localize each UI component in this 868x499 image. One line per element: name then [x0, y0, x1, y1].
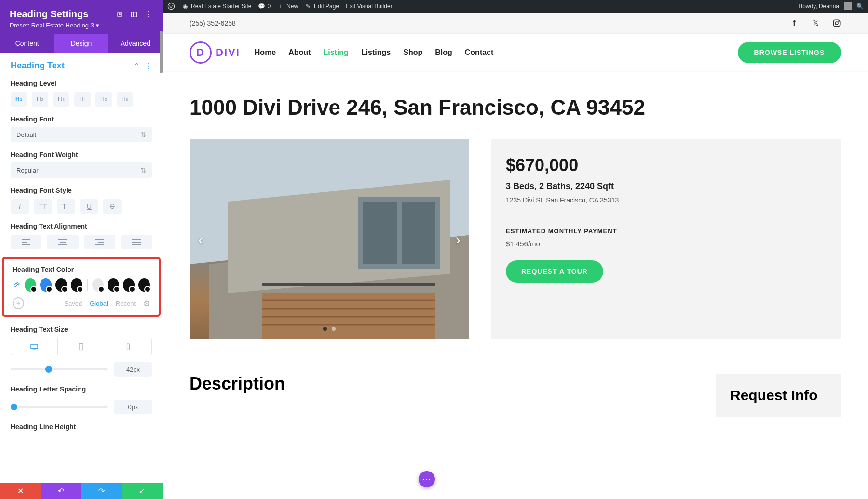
- style-strike[interactable]: S: [103, 199, 122, 214]
- heading-level-h2[interactable]: H2: [32, 92, 48, 107]
- gallery-dot-2[interactable]: [332, 327, 336, 331]
- svg-rect-23: [262, 283, 435, 286]
- color-swatch-green[interactable]: [25, 278, 36, 292]
- size-value[interactable]: 42px: [114, 362, 152, 377]
- request-tour-button[interactable]: REQUEST A TOUR: [506, 260, 603, 283]
- style-underline[interactable]: U: [80, 199, 98, 214]
- gallery-dot-1[interactable]: [323, 327, 327, 331]
- save-button[interactable]: ✓: [122, 483, 163, 499]
- gallery-prev[interactable]: ‹: [198, 230, 203, 248]
- request-info-heading: Request Info: [730, 387, 827, 404]
- color-tab-recent[interactable]: Recent: [116, 300, 136, 307]
- heading-level-h6[interactable]: H6: [117, 92, 133, 107]
- svg-point-8: [168, 3, 174, 9]
- label-heading-level: Heading Level: [11, 80, 152, 87]
- color-settings-icon[interactable]: ⚙: [143, 299, 150, 308]
- wp-howdy[interactable]: Howdy, Deanna: [799, 3, 840, 10]
- page-content: 1000 Divi Drive 246, San Francisco, CA 9…: [163, 71, 868, 499]
- more-icon[interactable]: ⋮: [144, 10, 153, 19]
- listing-image: ‹ ›: [190, 139, 469, 339]
- style-uppercase[interactable]: TT: [34, 199, 52, 214]
- nav-blog[interactable]: Blog: [435, 48, 452, 57]
- expand-icon[interactable]: [115, 10, 124, 19]
- instagram-icon[interactable]: [832, 19, 841, 27]
- add-color-button[interactable]: +: [13, 297, 24, 309]
- wp-new[interactable]: +New: [277, 3, 298, 10]
- weight-select[interactable]: Regular⇅: [11, 162, 152, 178]
- align-center[interactable]: [47, 235, 78, 249]
- letter-value[interactable]: 0px: [114, 400, 152, 414]
- svg-rect-17: [402, 202, 435, 264]
- svg-point-10: [835, 22, 838, 25]
- gallery-next[interactable]: ›: [455, 230, 461, 248]
- nav-listings[interactable]: Listings: [361, 48, 391, 57]
- layout-icon[interactable]: [130, 10, 138, 19]
- phone-number: (255) 352-6258: [190, 19, 236, 27]
- svg-rect-6: [79, 343, 83, 350]
- section-more-icon[interactable]: ⋮: [144, 61, 152, 70]
- color-tab-global[interactable]: Global: [90, 300, 108, 307]
- scrollbar[interactable]: [160, 31, 163, 73]
- color-swatch-black-5[interactable]: [138, 278, 150, 292]
- heading-level-h5[interactable]: H5: [95, 92, 112, 107]
- tab-design[interactable]: Design: [54, 34, 108, 53]
- heading-level-h4[interactable]: H4: [74, 92, 91, 107]
- facebook-icon[interactable]: f: [790, 19, 799, 27]
- cancel-button[interactable]: ✕: [0, 483, 41, 499]
- wp-comments[interactable]: 💬0: [258, 3, 271, 10]
- settings-tabs: Content Design Advanced: [0, 34, 163, 53]
- letter-slider[interactable]: [11, 406, 108, 408]
- heading-level-h1[interactable]: H1: [11, 92, 27, 107]
- color-swatch-black-4[interactable]: [123, 278, 135, 292]
- wp-edit-page[interactable]: ✎Edit Page: [305, 3, 339, 10]
- device-tablet[interactable]: [58, 338, 105, 355]
- preset-selector[interactable]: Preset: Real Estate Heading 3▾: [10, 22, 153, 29]
- wp-admin-bar: ◉Real Estate Starter Site 💬0 +New ✎Edit …: [163, 0, 868, 13]
- request-info-card: Request Info: [716, 374, 841, 417]
- style-italic[interactable]: I: [11, 199, 29, 214]
- listing-address: 1235 Divi St, San Fracisco, CA 35313: [506, 196, 827, 204]
- tab-content[interactable]: Content: [0, 34, 54, 53]
- nav-listing[interactable]: Listing: [323, 48, 348, 57]
- color-swatch-blue[interactable]: [40, 278, 52, 292]
- nav-shop[interactable]: Shop: [403, 48, 422, 57]
- x-icon[interactable]: 𝕏: [811, 19, 820, 27]
- tab-advanced[interactable]: Advanced: [108, 34, 163, 53]
- nav-home[interactable]: Home: [255, 48, 276, 57]
- sidebar-title: Heading Settings: [10, 9, 109, 20]
- style-smallcaps[interactable]: TT: [57, 199, 75, 214]
- site-navbar: D DIVI Home About Listing Listings Shop …: [163, 34, 868, 71]
- heading-level-h3[interactable]: H3: [53, 92, 69, 107]
- redo-button[interactable]: ↷: [81, 483, 122, 499]
- device-phone[interactable]: [105, 338, 151, 355]
- collapse-icon[interactable]: ⌃: [133, 61, 139, 70]
- device-desktop[interactable]: [11, 338, 58, 355]
- font-select[interactable]: Default⇅: [11, 127, 152, 142]
- nav-contact[interactable]: Contact: [465, 48, 494, 57]
- svg-point-1: [119, 13, 121, 15]
- color-swatch-black-1[interactable]: [55, 278, 67, 292]
- color-swatch-black-2[interactable]: [71, 278, 82, 292]
- wp-logo[interactable]: [167, 2, 175, 10]
- section-heading-text[interactable]: Heading Text: [11, 61, 128, 71]
- align-left[interactable]: [11, 235, 41, 249]
- builder-fab[interactable]: ⋯: [419, 471, 435, 487]
- site-logo[interactable]: D DIVI: [190, 41, 240, 64]
- align-right[interactable]: [84, 235, 115, 249]
- undo-button[interactable]: ↶: [41, 483, 81, 499]
- size-slider[interactable]: [11, 368, 108, 370]
- color-swatch-black-3[interactable]: [108, 278, 119, 292]
- wp-site-name[interactable]: ◉Real Estate Starter Site: [182, 3, 251, 10]
- wp-avatar[interactable]: [844, 2, 852, 10]
- svg-rect-2: [132, 12, 137, 17]
- color-swatch-light[interactable]: [92, 278, 104, 292]
- browse-listings-button[interactable]: BROWSE LISTINGS: [738, 42, 841, 63]
- wp-exit-builder[interactable]: Exit Visual Builder: [346, 3, 393, 10]
- align-justify[interactable]: [121, 235, 152, 249]
- eyedropper-icon[interactable]: [13, 280, 21, 290]
- search-icon[interactable]: 🔍: [856, 3, 863, 10]
- settings-sidebar: Heading Settings ⋮ Preset: Real Estate H…: [0, 0, 163, 499]
- color-tab-saved[interactable]: Saved: [64, 300, 82, 307]
- heading-text-color-section: Heading Text Color + Saved Global Recent: [2, 257, 161, 317]
- nav-about[interactable]: About: [288, 48, 311, 57]
